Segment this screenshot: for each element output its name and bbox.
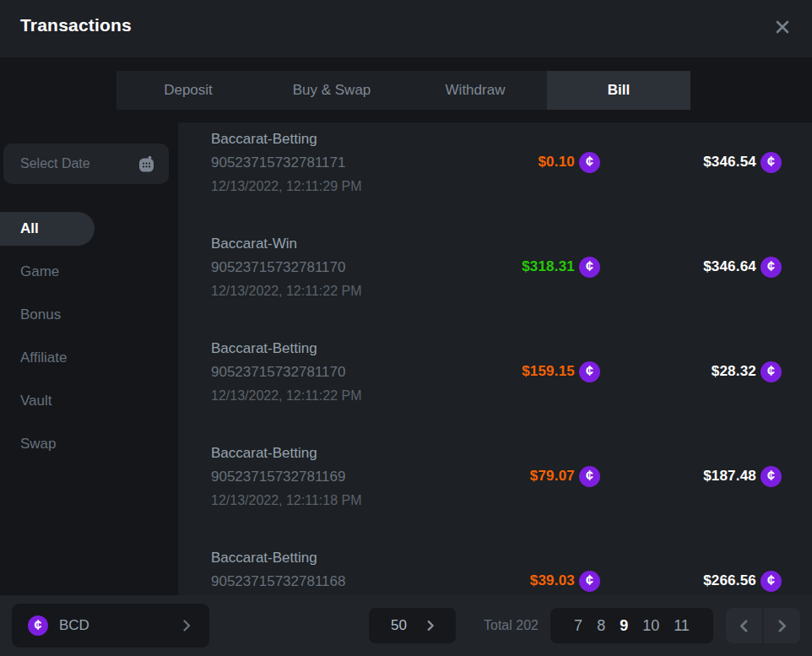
currency-selector[interactable]: ¢ BCD bbox=[12, 604, 209, 648]
bcd-coin-icon: ¢ bbox=[579, 466, 600, 487]
bcd-coin-icon: ¢ bbox=[579, 257, 600, 278]
chevron-right-icon bbox=[424, 619, 437, 632]
transaction-row: Baccarat-Betting 90523715732781169 12/13… bbox=[211, 442, 782, 523]
transaction-id: 90523715732781170 bbox=[211, 256, 782, 279]
page-11[interactable]: 11 bbox=[674, 617, 690, 635]
transaction-row: Baccarat-Betting 90523715732781171 12/13… bbox=[211, 127, 782, 209]
change-amount: $79.07 bbox=[530, 468, 575, 485]
balance-amount: $28.32 bbox=[712, 363, 756, 380]
filter-affiliate[interactable]: Affiliate bbox=[0, 341, 178, 375]
filter-vault[interactable]: Vault bbox=[0, 384, 178, 418]
bcd-coin-icon: ¢ bbox=[579, 152, 600, 173]
transaction-name: Baccarat-Betting bbox=[211, 546, 782, 570]
transaction-change: $318.31 ¢ bbox=[522, 255, 600, 279]
page-9-current[interactable]: 9 bbox=[620, 617, 628, 635]
bcd-coin-icon: ¢ bbox=[761, 152, 782, 173]
pagination: 7 8 9 10 11 bbox=[550, 608, 713, 643]
balance-amount: $187.48 bbox=[703, 468, 756, 485]
date-picker-placeholder: Select Date bbox=[20, 156, 90, 171]
page-size-value: 50 bbox=[391, 617, 407, 634]
balance-amount: $266.56 bbox=[703, 572, 756, 589]
page-title: Transactions bbox=[20, 15, 132, 35]
bcd-coin-icon: ¢ bbox=[28, 615, 48, 636]
transaction-date: 12/13/2022, 12:11:22 PM bbox=[211, 279, 782, 303]
change-amount: $39.03 bbox=[530, 572, 575, 589]
transaction-change: $159.15 ¢ bbox=[522, 360, 600, 383]
modal-header: Transactions bbox=[0, 0, 812, 57]
date-picker[interactable]: Select Date bbox=[3, 144, 169, 184]
transaction-row: Baccarat-Betting 90523715732781168 $39.0… bbox=[211, 546, 782, 595]
filter-list: All Game Bonus Affiliate Vault Swap bbox=[0, 212, 178, 470]
transaction-row: Baccarat-Betting 90523715732781170 12/13… bbox=[211, 337, 782, 418]
chevron-right-icon bbox=[179, 618, 194, 633]
transaction-balance: $28.32 ¢ bbox=[712, 360, 782, 383]
filter-game[interactable]: Game bbox=[0, 255, 178, 289]
page-10[interactable]: 10 bbox=[642, 617, 659, 635]
transaction-date: 12/13/2022, 12:11:22 PM bbox=[211, 384, 782, 408]
change-amount: $0.10 bbox=[538, 154, 575, 171]
transaction-date: 12/13/2022, 12:11:18 PM bbox=[211, 489, 782, 512]
bcd-coin-icon: ¢ bbox=[579, 571, 600, 592]
pagination-arrows bbox=[726, 608, 800, 643]
transaction-change: $39.03 ¢ bbox=[530, 569, 600, 593]
change-amount: $318.31 bbox=[522, 258, 575, 275]
transaction-name: Baccarat-Betting bbox=[211, 442, 782, 465]
page-7[interactable]: 7 bbox=[574, 617, 582, 635]
chevron-left-icon bbox=[736, 618, 752, 634]
transaction-balance: $346.54 ¢ bbox=[703, 150, 782, 174]
tab-withdraw[interactable]: Withdraw bbox=[403, 71, 547, 110]
transaction-id: 90523715732781170 bbox=[211, 361, 782, 384]
tab-buy-swap[interactable]: Buy & Swap bbox=[260, 71, 403, 110]
filter-all[interactable]: All bbox=[0, 212, 95, 246]
transaction-name: Baccarat-Win bbox=[211, 232, 782, 256]
bcd-coin-icon: ¢ bbox=[761, 466, 782, 487]
transaction-row: Baccarat-Win 90523715732781170 12/13/202… bbox=[211, 232, 782, 313]
bcd-coin-icon: ¢ bbox=[761, 257, 782, 278]
tab-region: Deposit Buy & Swap Withdraw Bill bbox=[0, 57, 812, 122]
transaction-id: 90523715732781171 bbox=[211, 151, 782, 175]
transaction-date: 12/13/2022, 12:11:29 PM bbox=[211, 175, 782, 198]
transaction-name: Baccarat-Betting bbox=[211, 337, 782, 361]
tab-bar: Deposit Buy & Swap Withdraw Bill bbox=[116, 71, 690, 110]
filter-swap[interactable]: Swap bbox=[0, 427, 178, 461]
transaction-name: Baccarat-Betting bbox=[211, 127, 782, 151]
change-amount: $159.15 bbox=[522, 363, 575, 380]
prev-page-button[interactable] bbox=[726, 608, 762, 643]
tab-bill[interactable]: Bill bbox=[547, 71, 690, 110]
transaction-id: 90523715732781168 bbox=[211, 570, 782, 594]
balance-amount: $346.64 bbox=[703, 258, 756, 275]
total-count: Total 202 bbox=[484, 608, 539, 643]
balance-amount: $346.54 bbox=[703, 154, 756, 171]
next-page-button[interactable] bbox=[764, 608, 800, 643]
filter-bonus[interactable]: Bonus bbox=[0, 298, 178, 332]
calendar-icon bbox=[138, 155, 155, 173]
sidebar: Select Date All Game Bonus Affiliate Vau… bbox=[0, 122, 178, 595]
transaction-balance: $187.48 ¢ bbox=[703, 464, 782, 488]
tab-deposit[interactable]: Deposit bbox=[116, 71, 260, 110]
bcd-coin-icon: ¢ bbox=[761, 571, 782, 592]
close-icon[interactable] bbox=[771, 16, 793, 38]
transaction-balance: $346.64 ¢ bbox=[703, 255, 782, 279]
transaction-list: Baccarat-Betting 90523715732781171 12/13… bbox=[178, 122, 812, 595]
transaction-change: $79.07 ¢ bbox=[530, 464, 600, 488]
transaction-id: 90523715732781169 bbox=[211, 465, 782, 489]
bcd-coin-icon: ¢ bbox=[579, 361, 600, 382]
transactions-modal: Transactions Deposit Buy & Swap Withdraw… bbox=[0, 0, 812, 656]
modal-footer: ¢ BCD 50 Total 202 7 8 9 10 11 bbox=[0, 595, 812, 656]
page-8[interactable]: 8 bbox=[597, 617, 605, 635]
currency-label: BCD bbox=[59, 617, 89, 634]
page-size-selector[interactable]: 50 bbox=[369, 608, 456, 643]
transaction-balance: $266.56 ¢ bbox=[703, 569, 782, 593]
transaction-change: $0.10 ¢ bbox=[538, 150, 600, 174]
chevron-right-icon bbox=[774, 618, 790, 634]
bcd-coin-icon: ¢ bbox=[761, 361, 782, 382]
